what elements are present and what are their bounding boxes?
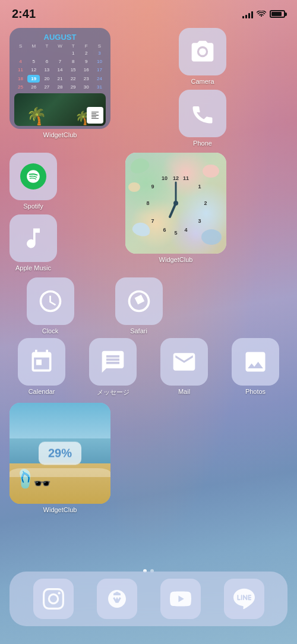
svg-text:7: 7 — [151, 218, 154, 224]
cal-header-t2: T — [67, 43, 80, 49]
app-phone-icon[interactable] — [179, 90, 226, 137]
cal-header-s2: S — [93, 43, 106, 49]
cal-day — [40, 49, 53, 57]
beach-progress: 29% — [39, 442, 81, 465]
app-music-icon[interactable] — [10, 214, 57, 262]
cal-day — [14, 49, 27, 57]
app-clock-icon[interactable] — [27, 277, 74, 325]
cal-header-f: F — [80, 43, 93, 49]
app-spotify-label: Spotify — [23, 203, 43, 210]
app-camera-wrap[interactable]: Camera — [118, 28, 287, 85]
svg-text:6: 6 — [163, 227, 166, 233]
cal-day: 1 — [67, 49, 80, 57]
cal-day: 15 — [67, 66, 80, 74]
app-calendar-wrap[interactable]: Calendar — [10, 338, 74, 395]
svg-text:11: 11 — [183, 175, 189, 181]
widget-clock-label: WidgetClub — [159, 256, 193, 263]
mail-icon — [171, 349, 197, 375]
cal-day: 26 — [27, 83, 40, 91]
cal-day: 2 — [80, 49, 93, 57]
row-4: Calendar メッセージ Mail Pho — [10, 338, 287, 397]
app-music-label: Apple Music — [15, 264, 51, 272]
cal-day: 28 — [53, 83, 66, 91]
cal-day: 4 — [14, 58, 27, 65]
app-spotify-wrap[interactable]: Spotify — [10, 153, 57, 210]
app-music-wrap[interactable]: Apple Music — [10, 214, 57, 272]
dock-youtube[interactable] — [160, 579, 201, 619]
widget-clock-photo[interactable]: 12 1 2 3 4 5 6 7 8 9 10 11 — [125, 153, 226, 254]
svg-text:9: 9 — [151, 184, 154, 190]
cal-day: 27 — [40, 83, 53, 91]
photos-icon — [242, 349, 268, 375]
app-phone-label: Phone — [193, 140, 212, 147]
cal-day: 11 — [14, 66, 27, 74]
cal-day: 20 — [40, 75, 53, 83]
cal-header-t1: T — [40, 43, 53, 49]
signal-icon — [242, 10, 253, 18]
music-icon — [20, 225, 46, 251]
app-spotify-icon[interactable] — [10, 153, 57, 200]
phone-icon — [189, 100, 216, 127]
widget-beach[interactable]: 🩴 🕶️ 29% — [10, 403, 110, 504]
calendar-icon — [29, 349, 55, 375]
spotify-logo — [20, 163, 46, 190]
widget-calendar[interactable]: AUGUST S M T W T F S 1 2 — [10, 28, 110, 129]
app-clock-label: Clock — [42, 327, 59, 334]
dock-appstore[interactable] — [97, 579, 137, 619]
dock-instagram[interactable] — [33, 579, 74, 619]
app-phone-wrap[interactable]: Phone — [118, 90, 287, 147]
app-photos-wrap[interactable]: Photos — [223, 338, 287, 395]
app-clock-wrap[interactable]: Clock — [10, 277, 91, 334]
cal-day: 16 — [80, 66, 93, 74]
app-photos-label: Photos — [245, 388, 266, 395]
app-calendar-label: Calendar — [29, 388, 55, 395]
app-mail-icon[interactable] — [160, 338, 208, 386]
cal-day: 14 — [53, 66, 66, 74]
compass-icon — [126, 288, 152, 314]
cal-day: 25 — [14, 83, 27, 91]
status-icons — [242, 10, 285, 18]
svg-text:4: 4 — [184, 227, 187, 233]
svg-text:1: 1 — [198, 184, 201, 190]
messages-icon — [100, 349, 126, 375]
svg-text:10: 10 — [162, 175, 168, 181]
cal-day: 12 — [27, 66, 40, 74]
cal-header-w: W — [53, 43, 66, 49]
app-photos-icon[interactable] — [232, 338, 279, 386]
cal-day — [53, 49, 66, 57]
cal-day: 18 — [14, 75, 27, 83]
cal-day: 23 — [80, 75, 93, 83]
status-time: 2:41 — [12, 7, 36, 21]
app-calendar-icon[interactable] — [18, 338, 65, 386]
cal-day: 22 — [67, 75, 80, 83]
app-messages-label: メッセージ — [97, 388, 129, 397]
app-camera-icon[interactable] — [179, 28, 226, 75]
app-mail-wrap[interactable]: Mail — [152, 338, 216, 395]
dock — [10, 572, 287, 626]
cal-header-s: S — [14, 43, 27, 49]
app-safari-label: Safari — [130, 327, 147, 334]
cal-header-m: M — [27, 43, 40, 49]
row-5: 🩴 🕶️ 29% WidgetClub — [10, 403, 287, 513]
svg-text:12: 12 — [173, 175, 179, 181]
cal-day-today: 19 — [27, 75, 40, 83]
cal-day — [27, 49, 40, 57]
dock-line[interactable] — [224, 579, 264, 619]
svg-text:5: 5 — [174, 230, 177, 236]
cal-day: 6 — [40, 58, 53, 65]
svg-text:3: 3 — [198, 218, 201, 224]
wifi-icon — [257, 11, 266, 18]
app-safari-wrap[interactable]: Safari — [98, 277, 179, 334]
row-1: AUGUST S M T W T F S 1 2 — [10, 28, 287, 147]
cal-day: 10 — [93, 58, 106, 65]
calendar-month: AUGUST — [14, 33, 106, 42]
cal-day: 21 — [53, 75, 66, 83]
app-messages-wrap[interactable]: メッセージ — [81, 338, 145, 397]
app-messages-icon[interactable] — [89, 338, 137, 386]
widget-calendar-label: WidgetClub — [43, 131, 77, 138]
app-camera-label: Camera — [191, 78, 214, 85]
clock-icon — [37, 288, 64, 314]
battery-icon — [270, 10, 285, 18]
app-safari-icon[interactable] — [115, 277, 163, 325]
svg-text:8: 8 — [146, 200, 149, 206]
